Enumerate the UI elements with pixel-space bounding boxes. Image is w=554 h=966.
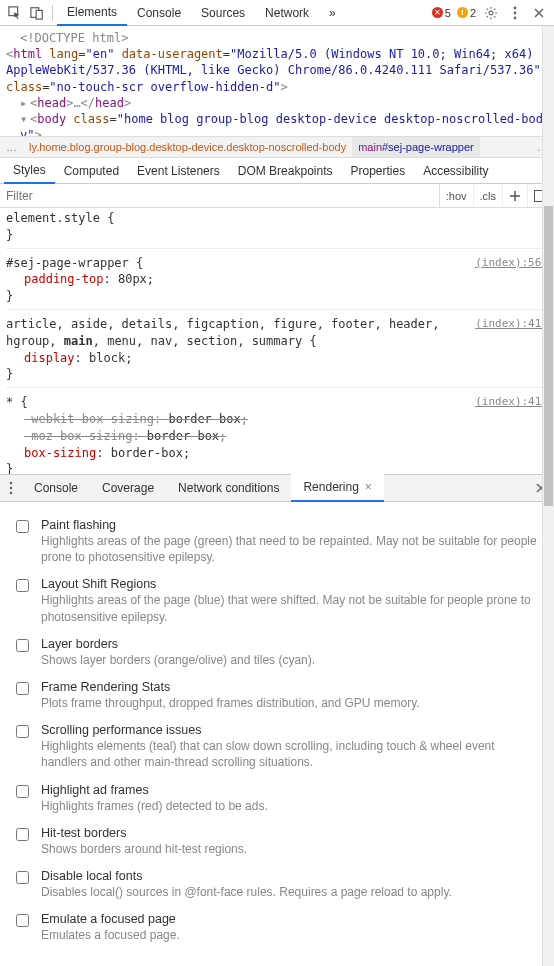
tab-sources[interactable]: Sources <box>191 0 255 26</box>
source-link[interactable]: (index):413 <box>475 316 548 331</box>
svg-point-5 <box>514 11 517 14</box>
drawer-tab-network-conditions[interactable]: Network conditions <box>166 474 291 502</box>
drawer-header: Console Coverage Network conditions Rend… <box>0 474 554 502</box>
svg-point-3 <box>489 11 493 15</box>
settings-icon[interactable] <box>480 2 502 24</box>
styles-rules[interactable]: element.style { } (index):564 #sej-page-… <box>0 208 554 474</box>
opt-layout-shift: Layout Shift RegionsHighlights areas of … <box>0 571 554 630</box>
dom-tree[interactable]: <!DOCTYPE html> <html lang="en" data-use… <box>0 26 554 136</box>
device-toggle-icon[interactable] <box>26 2 48 24</box>
plus-icon <box>509 190 521 202</box>
rule-element-style[interactable]: element.style { } <box>6 210 548 249</box>
checkbox[interactable] <box>16 639 29 652</box>
cls-toggle[interactable]: .cls <box>474 184 504 207</box>
close-tab-icon[interactable]: × <box>365 480 372 494</box>
main-tabs: Elements Console Sources Network » <box>57 0 430 26</box>
dom-body-open[interactable]: ▾<body class="home blog group-blog deskt… <box>6 111 546 136</box>
tab-computed[interactable]: Computed <box>55 158 128 184</box>
checkbox[interactable] <box>16 520 29 533</box>
warning-icon: ! <box>457 7 468 18</box>
opt-highlight-ad-frames: Highlight ad framesHighlights frames (re… <box>0 777 554 820</box>
opt-disable-local-fonts: Disable local fontsDisables local() sour… <box>0 863 554 906</box>
hov-toggle[interactable]: :hov <box>440 184 474 207</box>
toolbar-right: ✕ 5 ! 2 <box>430 2 550 24</box>
crumb-overflow[interactable]: … <box>0 137 23 157</box>
svg-point-9 <box>10 482 13 485</box>
devtools-toolbar: Elements Console Sources Network » ✕ 5 !… <box>0 0 554 26</box>
svg-point-6 <box>514 16 517 19</box>
crumb-main[interactable]: main#sej-page-wrapper <box>352 137 480 157</box>
dom-head[interactable]: ▸<head>…</head> <box>6 95 546 111</box>
checkbox[interactable] <box>16 725 29 738</box>
rendering-panel[interactable]: Paint flashingHighlights areas of the pa… <box>0 502 554 952</box>
tab-network[interactable]: Network <box>255 0 319 26</box>
scrollbar-thumb[interactable] <box>544 206 553 506</box>
new-rule-button[interactable] <box>503 184 528 207</box>
opt-hit-test-borders: Hit-test bordersShows borders around hit… <box>0 820 554 863</box>
checkbox[interactable] <box>16 785 29 798</box>
opt-frame-rendering-stats: Frame Rendering StatsPlots frame through… <box>0 674 554 717</box>
tab-accessibility[interactable]: Accessibility <box>414 158 497 184</box>
tab-elements[interactable]: Elements <box>57 0 127 26</box>
opt-emulate-focused: Emulate a focused pageEmulates a focused… <box>0 906 554 949</box>
checkbox[interactable] <box>16 828 29 841</box>
tab-event-listeners[interactable]: Event Listeners <box>128 158 229 184</box>
drawer-menu-icon[interactable] <box>0 481 22 495</box>
tab-styles[interactable]: Styles <box>4 158 55 184</box>
opt-paint-flashing: Paint flashingHighlights areas of the pa… <box>0 512 554 571</box>
dom-html-open[interactable]: <html lang="en" data-useragent="Mozilla/… <box>6 46 546 95</box>
drawer-tab-coverage[interactable]: Coverage <box>90 474 166 502</box>
inspect-icon[interactable] <box>4 2 26 24</box>
tab-properties[interactable]: Properties <box>341 158 414 184</box>
close-devtools-icon[interactable] <box>528 2 550 24</box>
error-icon: ✕ <box>432 7 443 18</box>
checkbox[interactable] <box>16 914 29 927</box>
checkbox[interactable] <box>16 871 29 884</box>
opt-scrolling-perf: Scrolling performance issuesHighlights e… <box>0 717 554 776</box>
styles-filter-row: :hov .cls <box>0 184 554 208</box>
error-count[interactable]: ✕ 5 <box>430 7 453 19</box>
breadcrumb: … ly.home.blog.group-blog.desktop-device… <box>0 136 554 158</box>
rule-sej-page-wrapper[interactable]: (index):564 #sej-page-wrapper { padding-… <box>6 255 548 310</box>
checkbox[interactable] <box>16 682 29 695</box>
svg-point-11 <box>10 492 13 495</box>
checkbox[interactable] <box>16 579 29 592</box>
scrollbar[interactable] <box>542 26 554 966</box>
source-link[interactable]: (index):413 <box>475 394 548 409</box>
filter-controls: :hov .cls <box>439 184 554 207</box>
svg-rect-2 <box>36 10 42 19</box>
source-link[interactable]: (index):564 <box>475 255 548 270</box>
rule-universal[interactable]: (index):413 * { -webkit-box-sizing: bord… <box>6 394 548 474</box>
svg-point-4 <box>514 6 517 9</box>
dom-doctype[interactable]: <!DOCTYPE html> <box>6 30 546 46</box>
warning-count[interactable]: ! 2 <box>455 7 478 19</box>
drawer-tab-console[interactable]: Console <box>22 474 90 502</box>
styles-sidebar-tabs: Styles Computed Event Listeners DOM Brea… <box>0 158 554 184</box>
tab-dom-breakpoints[interactable]: DOM Breakpoints <box>229 158 342 184</box>
divider <box>52 5 53 21</box>
drawer-tab-rendering[interactable]: Rendering× <box>291 474 383 502</box>
svg-point-10 <box>10 487 13 490</box>
tab-more[interactable]: » <box>319 0 346 26</box>
more-menu-icon[interactable] <box>504 2 526 24</box>
rule-html5-block[interactable]: (index):413 article, aside, details, fig… <box>6 316 548 388</box>
crumb-body[interactable]: ly.home.blog.group-blog.desktop-device.d… <box>23 137 352 157</box>
tab-console[interactable]: Console <box>127 0 191 26</box>
opt-layer-borders: Layer bordersShows layer borders (orange… <box>0 631 554 674</box>
filter-input[interactable] <box>0 189 439 203</box>
